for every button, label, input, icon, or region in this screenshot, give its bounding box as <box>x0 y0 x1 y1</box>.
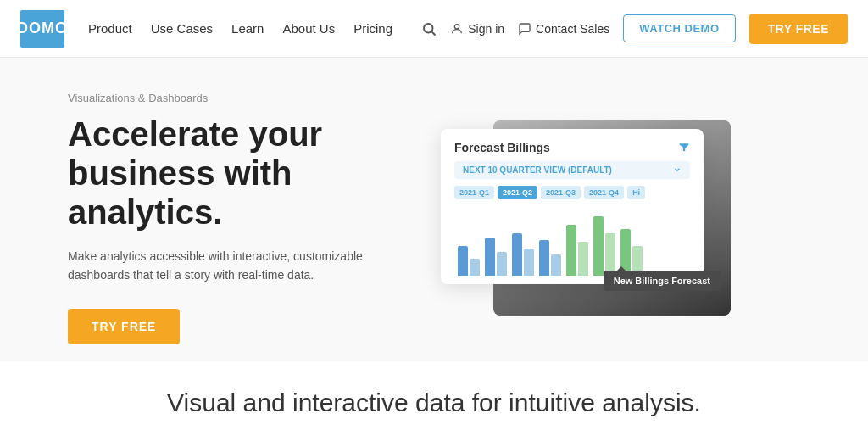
hero-section: Visualizations & Dashboards Accelerate y… <box>0 58 868 361</box>
nav-item-use-cases[interactable]: Use Cases <box>151 21 213 36</box>
sign-in-button[interactable]: Sign in <box>450 22 504 36</box>
bar-group-5 <box>566 225 588 276</box>
quarter-pill-1[interactable]: 2021-Q2 <box>498 186 537 199</box>
contact-sales-button[interactable]: Contact Sales <box>518 22 609 36</box>
bar-green-6 <box>593 216 604 276</box>
sign-in-label: Sign in <box>468 22 504 36</box>
hero-subtitle: Visualizations & Dashboards <box>68 92 424 104</box>
header-left: DOMO Product Use Cases Learn About Us Pr… <box>20 10 392 48</box>
quarter-pills: 2021-Q1 2021-Q2 2021-Q3 2021-Q4 Hi <box>454 186 690 199</box>
bar-group-3 <box>512 233 534 276</box>
bottom-section: Visual and interactive data for intuitiv… <box>0 361 868 434</box>
bar-light-blue-1 <box>470 259 480 276</box>
user-icon <box>450 22 464 36</box>
bottom-title: Visual and interactive data for intuitiv… <box>68 388 800 417</box>
quarter-pill-3[interactable]: 2021-Q4 <box>584 186 624 199</box>
contact-sales-label: Contact Sales <box>536 22 609 36</box>
dropdown-label: NEXT 10 QUARTER VIEW (DEFAULT) <box>463 165 612 175</box>
nav-item-pricing[interactable]: Pricing <box>353 21 392 36</box>
bar-green-5 <box>566 225 576 276</box>
svg-point-2 <box>455 24 459 28</box>
bar-blue-1 <box>458 246 468 276</box>
logo-text: DOMO <box>17 20 68 37</box>
hero-description: Make analytics accessible with interacti… <box>68 247 373 285</box>
hero-visual: Forecast Billings NEXT 10 QUARTER VIEW (… <box>424 120 800 316</box>
nav-item-learn[interactable]: Learn <box>231 21 264 36</box>
header-right: Sign in Contact Sales WATCH DEMO TRY FRE… <box>421 14 848 44</box>
chevron-down-icon <box>673 165 682 174</box>
dashboard-title: Forecast Billings <box>454 141 690 154</box>
quarter-pill-0[interactable]: 2021-Q1 <box>454 186 494 199</box>
bar-group-2 <box>485 238 507 276</box>
nav-item-about-us[interactable]: About Us <box>282 21 335 36</box>
svg-point-0 <box>424 24 433 33</box>
watch-demo-button[interactable]: WATCH DEMO <box>623 14 735 42</box>
bar-blue-2 <box>485 238 495 276</box>
filter-icon[interactable] <box>678 142 690 154</box>
try-free-nav-button[interactable]: TRY FREE <box>749 14 848 44</box>
hero-title: Accelerate your business with analytics. <box>68 115 424 232</box>
dashboard-title-text: Forecast Billings <box>454 141 550 154</box>
bar-light-green-6 <box>605 233 615 276</box>
bar-blue-3 <box>512 233 522 276</box>
bar-light-blue-4 <box>551 254 561 276</box>
bar-group-4 <box>539 240 561 276</box>
quarter-dropdown[interactable]: NEXT 10 QUARTER VIEW (DEFAULT) <box>454 161 690 179</box>
chat-icon <box>518 22 531 36</box>
nav-item-product[interactable]: Product <box>88 21 132 36</box>
svg-line-1 <box>432 31 436 35</box>
search-button[interactable] <box>421 21 437 36</box>
quarter-pill-4[interactable]: Hi <box>627 186 645 199</box>
tooltip-text: New Billings Forecast <box>614 276 710 286</box>
logo[interactable]: DOMO <box>20 10 64 48</box>
header: DOMO Product Use Cases Learn About Us Pr… <box>0 0 868 58</box>
try-free-hero-button[interactable]: TRY FREE <box>68 309 180 344</box>
search-icon <box>421 21 437 36</box>
tooltip-badge: New Billings Forecast <box>604 271 721 291</box>
bar-chart <box>454 208 690 276</box>
quarter-pill-2[interactable]: 2021-Q3 <box>541 186 581 199</box>
main-nav: Product Use Cases Learn About Us Pricing <box>88 21 392 36</box>
bar-light-blue-3 <box>524 249 534 276</box>
bar-light-green-5 <box>578 242 588 276</box>
bar-group-6 <box>593 216 615 276</box>
hero-content: Visualizations & Dashboards Accelerate y… <box>68 92 424 344</box>
bar-group-1 <box>458 246 480 276</box>
dashboard-card: Forecast Billings NEXT 10 QUARTER VIEW (… <box>441 129 704 284</box>
bar-blue-4 <box>539 240 549 276</box>
bar-light-blue-2 <box>497 252 507 276</box>
